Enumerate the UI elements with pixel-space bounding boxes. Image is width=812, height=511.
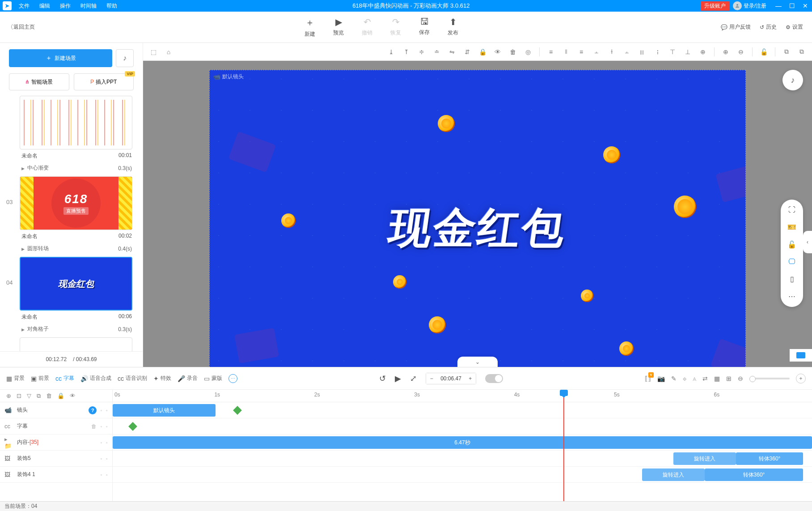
keyframe-icon[interactable] (129, 420, 137, 433)
track-dot[interactable]: ◦ (106, 407, 108, 413)
insert-ppt-button[interactable]: P插入PPTVIP (74, 73, 134, 90)
target-icon[interactable]: ◎ (522, 46, 534, 58)
avatar-icon[interactable] (733, 1, 742, 10)
invisible-icon[interactable]: 👁 (492, 46, 503, 58)
menu-op[interactable]: 操作 (55, 2, 75, 10)
copy-icon[interactable]: ⧉ (781, 46, 792, 58)
canvas[interactable]: 📹 默认镜头 现金红包 (209, 70, 746, 367)
main-text[interactable]: 现金红包 (385, 200, 570, 257)
track-dot[interactable]: ◦ (100, 407, 102, 413)
new-button[interactable]: ＋新建 (304, 17, 315, 38)
login-link[interactable]: 登录/注册 (744, 2, 766, 10)
track-row[interactable]: 旋转进入 转体360° (113, 467, 812, 483)
music-fab[interactable]: ♪ (782, 70, 803, 90)
lock-icon[interactable]: 🔒 (477, 46, 488, 58)
track-decor-4-1[interactable]: 🖼 装饰4 1 ◦ ◦ (0, 467, 112, 483)
track-subtitle[interactable]: cc 字幕 🗑 ◦ ◦ (0, 418, 112, 434)
scene-transition[interactable]: ▸中心渐变0.3(s) (20, 162, 134, 176)
menu-file[interactable]: 文件 (14, 2, 34, 10)
feedback-button[interactable]: 💬用户反馈 (721, 23, 751, 31)
valign-top-icon[interactable]: ⫠ (591, 46, 602, 58)
zoom-plus-icon[interactable]: + (796, 374, 806, 383)
ticket-icon[interactable]: 🎫 (787, 223, 796, 231)
unlock-tool-icon[interactable]: 🔓 (787, 240, 796, 249)
del-icon[interactable]: 🗑 (91, 423, 97, 430)
time-minus[interactable]: − (426, 373, 437, 384)
playhead[interactable] (563, 390, 564, 501)
content-clip[interactable]: 6.47秒 (113, 436, 812, 449)
save-button[interactable]: 🖫保存 (419, 17, 430, 38)
add-track-icon[interactable]: ⊕ (6, 392, 11, 399)
frame-icon[interactable]: ▦ (714, 375, 720, 382)
play-button[interactable]: ▶ (395, 374, 401, 383)
track-row[interactable]: 旋转进入 转体360° (113, 451, 812, 467)
align-top-icon[interactable]: ⤒ (401, 46, 412, 58)
scene-thumbnail[interactable] (20, 96, 132, 149)
scene-transition[interactable]: ▸圆形转场0.4(s) (20, 243, 134, 257)
right-drawer-toggle[interactable]: ‹ (803, 231, 812, 253)
corner-widget[interactable] (790, 349, 812, 362)
grid-icon[interactable]: ⊞ (726, 375, 732, 382)
align-icon[interactable]: ≐ (431, 46, 443, 58)
top-align-icon[interactable]: ⊤ (667, 46, 678, 58)
dist-h-icon[interactable]: ⫼ (636, 46, 648, 58)
timeline-grid[interactable]: 0s 1s 2s 3s 4s 5s 6s 默认镜头 6.47秒 (113, 390, 812, 501)
edit-icon[interactable]: ✎ (671, 375, 677, 382)
align-left-icon[interactable]: ≡ (545, 46, 557, 58)
track-dot[interactable]: ◦ (106, 439, 108, 446)
track-camera[interactable]: 📹 镜头 ? ◦ ◦ (0, 402, 112, 418)
unlock-icon[interactable]: 🔓 (758, 46, 770, 58)
eye-icon[interactable]: 👁 (70, 392, 76, 399)
zoom-in-icon[interactable]: ⊕ (720, 46, 732, 58)
effect-clip[interactable]: 转体360° (736, 452, 803, 465)
align-bottom-icon[interactable]: ⤓ (385, 46, 397, 58)
menu-timeline[interactable]: 时间轴 (76, 2, 101, 10)
settings-button[interactable]: ⚙设置 (786, 23, 803, 31)
align-middle-icon[interactable]: ≑ (416, 46, 427, 58)
valign-bot-icon[interactable]: ⫠ (621, 46, 633, 58)
valign-mid-icon[interactable]: ⫲ (606, 46, 617, 58)
align-right-icon[interactable]: ≡ (575, 46, 587, 58)
scene-thumbnail[interactable]: 618直播预售 (20, 176, 132, 230)
menu-help[interactable]: 帮助 (102, 2, 122, 10)
camera-clip[interactable]: 默认镜头 (113, 404, 216, 417)
tab-bg[interactable]: ▦背景 (6, 375, 25, 382)
flip-v-icon[interactable]: ⇵ (461, 46, 473, 58)
track-dot[interactable]: ◦ (100, 439, 102, 446)
track-dot[interactable]: ◦ (100, 423, 102, 430)
collapse-canvas-button[interactable]: ⌄ (457, 357, 498, 367)
timeline-ruler[interactable]: 0s 1s 2s 3s 4s 5s 6s (113, 390, 812, 402)
home-icon[interactable]: ⌂ (163, 46, 174, 58)
expand-button[interactable]: ⤢ (410, 374, 417, 383)
zoom-slider[interactable] (749, 378, 790, 379)
publish-button[interactable]: ⬆发布 (448, 17, 458, 38)
folder-icon[interactable]: ⊡ (17, 392, 21, 399)
camera-icon[interactable]: 📷 (657, 375, 665, 382)
track-row[interactable]: 6.47秒 (113, 434, 812, 451)
wand-icon[interactable]: ⟐ (683, 375, 686, 382)
track-dot[interactable]: ◦ (106, 472, 108, 478)
effect-clip[interactable]: 旋转进入 (673, 452, 736, 465)
rewind-button[interactable]: ↺ (379, 374, 386, 383)
trash-track-icon[interactable]: 🗑 (46, 392, 52, 399)
scene-item-selected[interactable]: 04 现金红包 未命名00:06 ▸对角格子0.3(s) (0, 257, 143, 337)
dist-v-icon[interactable]: ⫶ (651, 46, 663, 58)
scene-item-next[interactable] (0, 337, 143, 351)
scene-item[interactable]: 未命名00:01 ▸中心渐变0.3(s) (0, 96, 143, 176)
tab-tts[interactable]: 🔊语音合成 (80, 375, 111, 382)
tab-fx[interactable]: ✦特效 (153, 375, 171, 382)
loop-switch[interactable] (485, 374, 503, 383)
time-plus[interactable]: + (465, 373, 476, 384)
smart-scene-button[interactable]: ⋔智能场景 (9, 73, 69, 90)
track-dot[interactable]: ◦ (100, 472, 102, 478)
track-content[interactable]: ▸📁 内容-[35] ◦ ◦ (0, 434, 112, 451)
upgrade-button[interactable]: 升级账户 (701, 1, 729, 11)
tab-mask[interactable]: ▭蒙版 (204, 375, 222, 382)
redo-button[interactable]: ↷恢复 (390, 17, 401, 38)
copy-track-icon[interactable]: ⧉ (37, 392, 41, 400)
align-center-icon[interactable]: ⫴ (560, 46, 572, 58)
scene-thumbnail[interactable] (20, 337, 132, 351)
more-icon[interactable]: ⋯ (788, 292, 795, 301)
flip-h-icon[interactable]: ⇋ (446, 46, 458, 58)
padlock-icon[interactable]: 🔒 (57, 392, 64, 399)
